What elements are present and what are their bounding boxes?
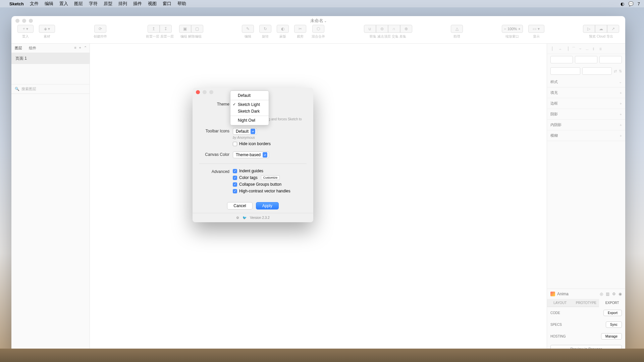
add-shadow-icon[interactable]: + — [620, 112, 622, 116]
add-page-icon[interactable]: + — [79, 46, 81, 51]
canvas[interactable] — [90, 44, 547, 351]
menu-view[interactable]: 视图 — [148, 1, 157, 7]
app-name[interactable]: Sketch — [9, 1, 24, 6]
anima-target-icon[interactable]: ◉ — [619, 292, 622, 296]
dropdown-sketch-light[interactable]: Sketch Light — [230, 101, 269, 108]
rotate-button[interactable]: ↻ — [259, 25, 271, 33]
anima-export-button[interactable]: Export — [603, 310, 622, 316]
tab-components[interactable]: 组件 — [25, 44, 40, 53]
flatten-button[interactable]: ⬡ — [312, 25, 324, 33]
anima-manage-button[interactable]: Manage — [601, 333, 622, 340]
anima-sync-icon[interactable]: ◎ — [600, 292, 603, 296]
hide-borders-checkbox[interactable] — [233, 142, 237, 146]
anima-settings-icon[interactable]: ⚙ — [612, 292, 616, 296]
distribute-h-icon[interactable]: ⫿ — [591, 46, 597, 52]
x-input[interactable] — [550, 56, 573, 63]
add-blur-icon[interactable]: + — [620, 134, 622, 138]
create-symbol-button[interactable]: ⟳ — [94, 25, 106, 33]
distribute-v-icon[interactable]: ⫼ — [597, 46, 603, 52]
borders-section[interactable]: 边框 — [550, 101, 558, 106]
shadows-section[interactable]: 阴影 — [550, 112, 558, 117]
indent-guides-checkbox[interactable]: ✓ — [233, 169, 237, 173]
search-layers[interactable]: 🔍搜索图层 — [11, 84, 90, 94]
dropdown-night-owl[interactable]: Night Owl — [230, 117, 269, 124]
apply-button[interactable]: Apply — [256, 202, 279, 209]
export-button[interactable]: ↗ — [607, 25, 619, 33]
collapse-groups-checkbox[interactable]: ✓ — [233, 182, 237, 187]
dropdown-default[interactable]: Default — [230, 92, 269, 99]
r-input[interactable] — [599, 56, 622, 63]
anima-layout-icon[interactable]: ▥ — [606, 292, 609, 296]
canvas-color-select[interactable]: Theme-based▴▾ — [233, 152, 269, 158]
add-fill-icon[interactable]: + — [620, 91, 622, 95]
list-icon[interactable]: ≡ — [74, 46, 76, 51]
menu-plugins[interactable]: 插件 — [133, 1, 142, 7]
menu-edit[interactable]: 编辑 — [45, 1, 53, 7]
cancel-button[interactable]: Cancel — [227, 202, 252, 209]
intersect-button[interactable]: ∩ — [388, 25, 400, 33]
align-right-icon[interactable]: ▕ — [564, 46, 570, 52]
preview-button[interactable]: ▷ — [583, 25, 595, 33]
tab-layers[interactable]: 图层 — [11, 44, 25, 53]
notification-count[interactable]: 7 — [638, 1, 640, 6]
menu-arrange[interactable]: 排列 — [118, 1, 127, 7]
forward-button[interactable]: ↥ — [148, 25, 160, 33]
w-input[interactable] — [550, 67, 580, 75]
anima-tab-layout[interactable]: LAYOUT — [547, 299, 573, 307]
menu-help[interactable]: 帮助 — [177, 1, 186, 7]
twitter-icon[interactable]: 🐦 — [243, 216, 247, 220]
window-title[interactable]: 未命名⌄ — [310, 18, 327, 24]
menu-file[interactable]: 文件 — [30, 1, 39, 7]
add-inner-shadow-icon[interactable]: + — [620, 123, 622, 127]
chevron-down-icon[interactable]: ⌄ — [619, 80, 622, 84]
customize-button[interactable]: Customize — [261, 175, 280, 180]
blur-section[interactable]: 模糊 — [550, 133, 558, 138]
union-button[interactable]: ∪ — [364, 25, 376, 33]
align-top-icon[interactable]: ⎴ — [571, 46, 577, 52]
menu-layer[interactable]: 图层 — [74, 1, 83, 7]
group-button[interactable]: ▣ — [179, 25, 191, 33]
h-input[interactable] — [582, 67, 612, 75]
menu-prototype[interactable]: 原型 — [104, 1, 112, 7]
anima-tab-export[interactable]: EXPORT — [599, 299, 625, 307]
traffic-lights[interactable] — [15, 19, 33, 23]
style-section[interactable]: 样式 — [550, 79, 558, 84]
insert-button[interactable]: + ▾ — [17, 25, 34, 33]
toolbar-icons-select[interactable]: Default▴▾ — [233, 128, 257, 135]
align-bottom-icon[interactable]: ⎵ — [584, 46, 590, 52]
subtract-button[interactable]: ⊖ — [376, 25, 388, 33]
ungroup-button[interactable]: ▢ — [191, 25, 203, 33]
page-item[interactable]: 页面 1 — [11, 53, 90, 64]
y-input[interactable] — [575, 56, 597, 63]
color-tags-checkbox[interactable]: ✓ — [233, 176, 237, 180]
flip-h-icon[interactable]: ⇄ — [614, 69, 617, 73]
backward-button[interactable]: ↧ — [160, 25, 172, 33]
wechat-icon[interactable]: 💬 — [628, 1, 634, 6]
collapse-icon[interactable]: ⌃ — [84, 46, 87, 51]
flip-v-icon[interactable]: ⇅ — [619, 69, 622, 73]
crop-button[interactable]: ✂ — [294, 25, 306, 33]
anima-sync-button[interactable]: Sync — [606, 321, 622, 328]
view-button[interactable]: ▭ ▾ — [528, 25, 544, 33]
add-border-icon[interactable]: + — [620, 102, 622, 106]
align-center-h-icon[interactable]: ⫠ — [557, 46, 563, 52]
zoom-control[interactable]: −100%+ — [502, 25, 523, 33]
assistant-button[interactable]: △ — [451, 25, 463, 33]
anima-tab-prototype[interactable]: PROTOTYPE — [573, 299, 599, 307]
fills-section[interactable]: 填充 — [550, 90, 558, 95]
dropdown-sketch-dark[interactable]: Sketch Dark — [230, 108, 269, 115]
edit-button[interactable]: ✎ — [242, 25, 254, 33]
inner-shadows-section[interactable]: 内阴影 — [550, 122, 561, 127]
gear-icon[interactable]: ⚙ — [236, 216, 239, 220]
mask-button[interactable]: ◐ — [277, 25, 289, 33]
align-left-icon[interactable]: ▏ — [550, 46, 556, 52]
menu-text[interactable]: 字符 — [89, 1, 98, 7]
dialog-traffic-lights[interactable] — [196, 90, 213, 94]
cloud-button[interactable]: ☁ — [595, 25, 607, 33]
difference-button[interactable]: ⊕ — [400, 25, 412, 33]
assets-button[interactable]: ◈ ▾ — [39, 25, 55, 33]
menu-insert[interactable]: 置入 — [59, 1, 68, 7]
align-center-v-icon[interactable]: ⫟ — [577, 46, 583, 52]
high-contrast-checkbox[interactable]: ✓ — [233, 189, 237, 193]
menu-window[interactable]: 窗口 — [163, 1, 171, 7]
